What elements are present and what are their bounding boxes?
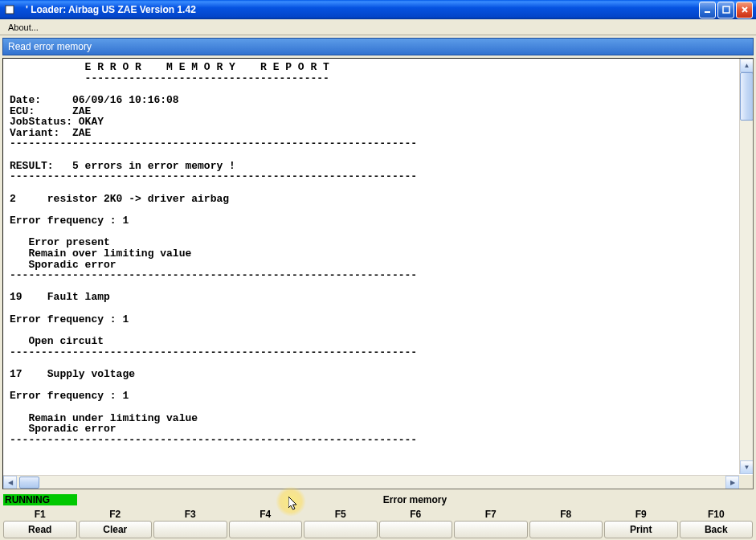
fkey-label-f6: F6: [379, 508, 453, 521]
close-button[interactable]: [736, 2, 753, 18]
maximize-button[interactable]: [717, 2, 734, 18]
fkey-label-f9: F9: [604, 508, 678, 521]
scroll-down-arrow[interactable]: ▼: [740, 460, 754, 474]
fkey-label-f4: F4: [229, 508, 303, 521]
minimize-button[interactable]: [699, 2, 716, 18]
fkey-cell-f1: F1 Read: [3, 508, 77, 538]
scrollbar-vertical[interactable]: ▲ ▼: [739, 59, 753, 474]
fkey-button-f6[interactable]: [379, 521, 453, 538]
scroll-right-arrow[interactable]: ▶: [725, 476, 739, 489]
fkey-cell-f10: F10 Back: [680, 508, 754, 538]
fkey-button-print[interactable]: Print: [604, 521, 678, 538]
fkey-label-f2: F2: [79, 508, 153, 521]
fkey-button-clear[interactable]: Clear: [79, 521, 153, 538]
titlebar: ' Loader: Airbag US ZAE Version 1.42: [0, 0, 756, 19]
fkey-button-f3[interactable]: [153, 521, 227, 538]
fkey-cell-f6: F6: [379, 508, 453, 538]
bottom-panel: RUNNING Error memory F1 Read F2 Clear F3…: [0, 492, 756, 540]
fkey-label-f10: F10: [680, 508, 754, 521]
fkey-row: F1 Read F2 Clear F3 F4 F5 F6 F7 F8: [3, 508, 753, 538]
report-text: E R R O R M E M O R Y R E P O R T ------…: [3, 59, 753, 489]
fkey-button-back[interactable]: Back: [680, 521, 754, 538]
report-container: E R R O R M E M O R Y R E P O R T ------…: [2, 58, 754, 489]
fkey-button-f8[interactable]: [529, 521, 603, 538]
scroll-left-arrow[interactable]: ◀: [3, 476, 17, 489]
fkey-cell-f4: F4: [229, 508, 303, 538]
fkey-cell-f3: F3: [153, 508, 227, 538]
panel-header: Read error memory: [2, 38, 754, 55]
scroll-track-vertical[interactable]: [740, 72, 754, 460]
scrollbar-horizontal[interactable]: ◀ ▶: [3, 475, 739, 489]
fkey-button-f7[interactable]: [454, 521, 528, 538]
fkey-cell-f5: F5: [304, 508, 378, 538]
fkey-label-f8: F8: [529, 508, 603, 521]
scroll-corner: [739, 475, 753, 489]
titlebar-buttons: [699, 2, 753, 18]
fkey-button-f5[interactable]: [304, 521, 378, 538]
scroll-thumb-vertical[interactable]: [740, 72, 754, 121]
fkey-cell-f7: F7: [454, 508, 528, 538]
scroll-thumb-horizontal[interactable]: [19, 477, 39, 489]
status-running: RUNNING: [3, 494, 77, 505]
menu-about[interactable]: About...: [3, 21, 43, 34]
fkey-label-f7: F7: [454, 508, 528, 521]
content-area: E R R O R M E M O R Y R E P O R T ------…: [2, 58, 754, 489]
status-row: RUNNING Error memory: [3, 493, 753, 506]
fkey-button-read[interactable]: Read: [3, 521, 77, 538]
fkey-cell-f2: F2 Clear: [79, 508, 153, 538]
svg-rect-1: [705, 11, 710, 13]
window-title: ' Loader: Airbag US ZAE Version 1.42: [19, 4, 699, 15]
fkey-button-f4[interactable]: [229, 521, 303, 538]
app-icon: [3, 3, 16, 16]
status-center: Error memory: [77, 494, 753, 505]
menubar: About...: [0, 19, 756, 35]
svg-rect-2: [723, 6, 729, 13]
fkey-cell-f9: F9 Print: [604, 508, 678, 538]
fkey-label-f3: F3: [153, 508, 227, 521]
fkey-label-f1: F1: [3, 508, 77, 521]
scroll-up-arrow[interactable]: ▲: [740, 59, 754, 72]
fkey-label-f5: F5: [304, 508, 378, 521]
fkey-cell-f8: F8: [529, 508, 603, 538]
svg-rect-0: [6, 6, 14, 14]
